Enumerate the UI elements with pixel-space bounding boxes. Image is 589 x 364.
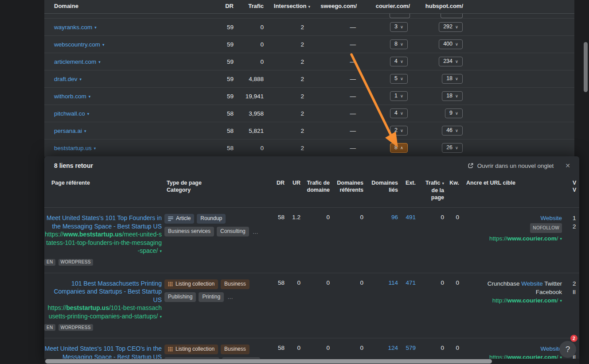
clipped-select-button[interactable] [441, 14, 463, 18]
column-header-traffic[interactable]: Trafic [234, 0, 264, 14]
backlinks-count-select[interactable]: 5 [390, 74, 408, 84]
traffic-value: 0 [234, 53, 264, 70]
anchor-link[interactable]: Website [521, 280, 543, 287]
notification-badge: 2 [570, 335, 577, 342]
chevron-down-icon [400, 41, 403, 47]
backlinks-count-select[interactable]: 9 [445, 108, 463, 118]
target-url[interactable]: https://www.courier.com/▾ [462, 234, 562, 244]
referring-page-url[interactable]: https://www.beststartup.us/meet-united-s… [44, 230, 162, 256]
column-header-kw[interactable]: Kw. [447, 175, 462, 208]
referring-page-url[interactable]: https://beststartup.us/101-best-massachu… [44, 304, 162, 321]
column-header-ref-domains[interactable]: Domaines référents [332, 175, 366, 208]
backlinks-count-select[interactable]: 18 [442, 74, 463, 84]
dr-value: 59 [191, 88, 234, 105]
close-icon[interactable]: ✕ [565, 162, 570, 169]
dr-value: 58 [191, 105, 234, 122]
linked-domains-link[interactable]: 124 [388, 345, 398, 351]
chevron-down-icon[interactable]: ▾ [80, 77, 82, 81]
backlinks-count-select[interactable]: 3 [390, 22, 408, 32]
ext-links-link[interactable]: 471 [406, 279, 416, 286]
linked-domains-link[interactable]: 114 [388, 279, 398, 286]
table-row: pitchwall.co▾ 58 3,958 2 — 4 9 [44, 105, 574, 122]
chevron-down-icon [455, 144, 458, 151]
chevron-down-icon [455, 93, 458, 99]
chevron-down-icon [455, 23, 458, 30]
more-categories[interactable]: … [252, 228, 258, 235]
backlinks-count-select[interactable]: 2 [390, 126, 408, 136]
column-header-linked-domains[interactable]: Domaines liés [366, 175, 401, 208]
backlinks-count-select[interactable]: 4 [390, 108, 408, 118]
domain-link[interactable]: pitchwall.co [54, 110, 85, 117]
intersection-value: 2 [264, 105, 310, 122]
domain-link[interactable]: draft.dev [54, 76, 78, 82]
traffic-value: 4,888 [234, 70, 264, 88]
backlinks-count-select[interactable]: 18 [442, 91, 463, 101]
column-header-intersection[interactable]: Intersection▾ [264, 0, 310, 14]
ext-links-link[interactable]: 579 [406, 345, 416, 351]
help-button[interactable]: ? [559, 341, 576, 358]
column-header-domain-traffic[interactable]: Trafic de domaine [303, 175, 332, 208]
backlinks-count-select[interactable]: 26 [442, 143, 463, 153]
chevron-down-icon [400, 75, 403, 82]
linked-domains-link[interactable]: 96 [391, 214, 398, 221]
referring-page-title-link[interactable]: 101 Best Massachusetts Printing Companie… [44, 279, 162, 304]
column-header-domain[interactable]: Domaine [44, 0, 191, 14]
page-type-pill: Roundup [197, 214, 226, 224]
more-categories[interactable]: … [226, 294, 233, 300]
column-header-filler [463, 0, 574, 14]
chevron-down-icon[interactable]: ▾ [87, 112, 90, 116]
column-header-page-ref[interactable]: Page référente [44, 175, 164, 208]
domain-link[interactable]: webscountry.com [54, 41, 100, 48]
domain-link[interactable]: wayranks.com [54, 24, 92, 31]
traffic-value: 19,941 [234, 88, 264, 105]
chevron-down-icon[interactable]: ▾ [102, 43, 105, 47]
backlink-row: 101 Best Massachusetts Printing Companie… [44, 273, 579, 338]
clipped-select-button[interactable] [390, 14, 410, 18]
domain-link[interactable]: withorb.com [54, 93, 86, 100]
page-type-pill: Listing collection [164, 279, 218, 289]
backlinks-count-select[interactable]: 292 [439, 22, 463, 32]
domain-link[interactable]: beststartup.us [54, 145, 92, 151]
backlinks-count-select-open[interactable]: 8 [390, 143, 408, 153]
open-new-tab-button[interactable]: Ouvrir dans un nouvel onglet [468, 163, 554, 169]
chevron-down-icon[interactable]: ▾ [94, 146, 96, 151]
column-header-hubspot[interactable]: hubspot.com/ [410, 0, 463, 14]
referring-page-title-link[interactable]: Meet United States's 101 Top Founders in… [44, 214, 162, 230]
anchor-link[interactable]: Website [540, 345, 562, 352]
chevron-down-icon[interactable]: ▾ [560, 235, 562, 243]
column-header-sweego[interactable]: sweego.com/ [310, 0, 357, 14]
chevron-down-icon[interactable]: ▾ [560, 297, 562, 305]
backlinks-count-select[interactable]: 234 [439, 57, 463, 66]
chevron-down-icon[interactable]: ▾ [89, 94, 91, 99]
column-header-ur[interactable]: UR [287, 175, 303, 208]
domain-link[interactable]: persana.ai [54, 128, 82, 134]
chevron-down-icon[interactable]: ▾ [94, 25, 97, 30]
vertical-scrollbar-thumb[interactable] [584, 42, 588, 92]
horizontal-scrollbar-thumb[interactable] [45, 359, 492, 364]
domain-link[interactable]: articlement.com [54, 58, 96, 65]
chevron-down-icon[interactable]: ▾ [160, 247, 162, 256]
chevron-down-icon[interactable]: ▾ [160, 313, 162, 321]
column-header-anchor[interactable]: Ancre et URL cible [462, 175, 565, 208]
anchor-link[interactable]: Website [540, 215, 562, 221]
ext-links-link[interactable]: 491 [406, 214, 416, 221]
chevron-down-icon [455, 110, 458, 116]
backlinks-count-select[interactable]: 4 [390, 57, 408, 66]
chevron-down-icon[interactable]: ▾ [98, 60, 101, 64]
chevron-down-icon[interactable]: ▾ [84, 129, 86, 133]
target-url[interactable]: http://www.courier.com/▾ [462, 296, 562, 306]
column-header-type[interactable]: Type de pageCategory [164, 175, 269, 208]
backlinks-count-select[interactable]: 400 [439, 39, 463, 49]
backlinks-count-select[interactable]: 8 [390, 39, 408, 49]
column-header-page-traffic[interactable]: Trafic▾ de la page [418, 175, 447, 208]
column-header-dr[interactable]: DR [269, 175, 287, 208]
backlinks-count-select[interactable]: 1 [390, 91, 408, 101]
table-row: articlement.com▾ 59 0 2 — 4 234 [44, 53, 574, 70]
column-header-courier[interactable]: courier.com/ [357, 0, 410, 14]
traffic-value: 5,821 [234, 122, 264, 139]
traffic-value: 0 [234, 139, 264, 157]
backlink-row: Meet United States's 101 Top Founders in… [44, 208, 579, 273]
column-header-ext[interactable]: Ext. [401, 175, 418, 208]
backlinks-count-select[interactable]: 46 [442, 126, 463, 136]
column-header-dr[interactable]: DR [191, 0, 234, 14]
